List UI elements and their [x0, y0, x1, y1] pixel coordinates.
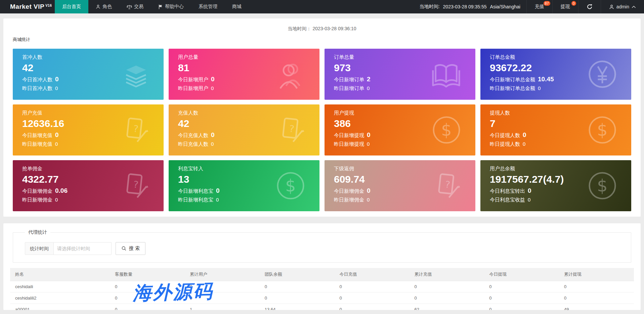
withdraw-button[interactable]: 提现 0 [552, 0, 578, 13]
card-yesterday-value: 0 [367, 197, 370, 203]
nav-item-1[interactable]: 角色 [88, 0, 119, 13]
recharge-badge: 87 [544, 1, 550, 6]
card-today-label: 今日新增订单 [334, 77, 364, 83]
table-cell: 0 [409, 281, 484, 293]
card-today-value: 0 [367, 131, 371, 139]
card-yesterday-value: 0 [538, 85, 541, 91]
local-time-label: 当地时间: [420, 4, 440, 10]
mall-stats-panel: 当地时间： 2023-03-28 09:36:10 商城统计 首冲人数42今日首… [3, 18, 641, 217]
card-yesterday-value: 0 [367, 141, 370, 147]
panel-local-time: 当地时间： 2023-03-28 09:36:10 [9, 22, 635, 32]
table-cell: 62 [409, 304, 484, 310]
table-header-cell: 累计充值 [409, 268, 484, 281]
table-row: a000010113.64062049 [10, 304, 634, 310]
card-today-value: 0 [55, 76, 59, 83]
table-cell: 0 [260, 293, 335, 304]
search-icon [121, 246, 127, 251]
flag-icon [158, 4, 163, 9]
svg-text:$: $ [597, 176, 608, 195]
table-cell: 0 [110, 293, 185, 304]
recharge-button[interactable]: 充值 87 [526, 0, 552, 13]
nav-item-2[interactable]: 交易 [119, 0, 151, 13]
layers-icon [120, 59, 151, 90]
search-button[interactable]: 搜 索 [116, 242, 145, 255]
table-cell: 0 [110, 281, 185, 293]
local-time-value: 2023-03-28 09:35:55 [443, 4, 487, 9]
nav-item-0[interactable]: 后台首页 [55, 0, 88, 13]
refresh-button[interactable] [578, 0, 601, 13]
doc-edit-icon: ? [120, 170, 151, 201]
card-yesterday-label: 昨日首冲人数 [22, 85, 52, 92]
agent-table: 姓名客服数量累计用户团队余额今日充值累计充值今日提现累计提现 ceshidail… [10, 268, 634, 310]
table-header-cell: 累计提现 [559, 268, 634, 281]
dollar-icon: $ [430, 114, 463, 146]
scales-icon [127, 4, 132, 9]
username-label: admin [616, 4, 629, 9]
card-yesterday-label: 昨日充值人数 [178, 141, 208, 147]
card-yesterday-label: 昨日新增充值 [22, 141, 52, 147]
nav-item-5[interactable]: 商城 [225, 0, 249, 13]
table-cell: 0 [260, 281, 335, 293]
card-today-label: 今日新增用户 [178, 77, 208, 83]
nav-item-label: 帮助中心 [165, 4, 184, 10]
agent-name-cell: a00001 [10, 304, 110, 310]
card-today-label: 今日首冲人数 [22, 77, 52, 83]
book-icon [430, 58, 463, 91]
card-yesterday-value: 0 [367, 85, 370, 91]
nav-item-3[interactable]: 帮助中心 [151, 0, 191, 13]
table-cell: 0 [409, 293, 484, 304]
doc-edit-icon: ? [432, 170, 463, 201]
chevron-up-icon [632, 5, 636, 8]
card-today-label: 今日新增利息宝 [178, 188, 213, 194]
withdraw-label: 提现 [561, 4, 570, 10]
stat-card: 用户提现386今日新增提现0昨日新增提现0$ [325, 104, 475, 155]
navbar-time: 当地时间: 2023-03-28 09:35:55 Asia/Shanghai [414, 0, 526, 13]
card-today-label: 今日充值人数 [178, 132, 208, 139]
card-yesterday-label: 昨日提现人数 [490, 141, 520, 147]
stat-card: 用户充值12636.16今日新增充值0昨日新增充值0? [13, 104, 164, 155]
stat-time-input[interactable] [54, 242, 112, 255]
top-navbar: Market VIP V16 后台首页角色交易帮助中心系统管理商城 当地时间: … [0, 0, 644, 13]
card-yesterday-label: 昨日新增提现 [334, 141, 364, 147]
card-yesterday-value: 0 [528, 197, 530, 203]
stat-card: 下级返佣609.74今日新增佣金0昨日新增佣金0? [325, 160, 475, 211]
stat-card: 用户总余额1917567.27(4.7)今日利息宝转出0今日利息宝收益0$ [480, 160, 631, 211]
card-today-value: 0 [216, 187, 220, 194]
user-icon [274, 58, 307, 90]
doc-edit-icon: ? [120, 115, 151, 145]
card-today-value: 0 [55, 131, 59, 139]
brand-logo[interactable]: Market VIP V16 [0, 0, 55, 13]
table-header-cell: 累计用户 [185, 268, 260, 281]
table-cell: 1 [185, 304, 260, 310]
card-today-label: 今日新增充值 [22, 132, 52, 139]
user-menu[interactable]: admin [601, 0, 644, 13]
agent-name-cell: ceshidaili [10, 281, 110, 293]
doc-edit-icon: ? [276, 115, 307, 145]
table-cell: 0 [484, 281, 559, 293]
card-yesterday-label: 昨日新增用户 [178, 85, 208, 92]
card-today-value: 0.06 [55, 187, 68, 194]
stat-card: 利息宝转入13今日新增利息宝0昨日新增利息宝0$ [169, 160, 319, 211]
nav-item-4[interactable]: 系统管理 [191, 0, 225, 13]
agent-name-cell: ceshidalili2 [10, 293, 110, 304]
agent-search-form: 统计时间 搜 索 [25, 242, 626, 255]
timezone-label: Asia/Shanghai [490, 4, 520, 9]
svg-text:?: ? [445, 179, 451, 190]
agent-legend: 代理统计 [25, 229, 50, 235]
table-cell: 49 [559, 304, 634, 310]
card-today-label: 今日新增佣金 [22, 188, 52, 194]
table-cell: 0 [185, 293, 260, 304]
table-row: ceshidaili0000000 [10, 281, 634, 293]
navbar-right: 当地时间: 2023-03-28 09:35:55 Asia/Shanghai … [414, 0, 644, 13]
svg-text:?: ? [289, 123, 295, 134]
card-yesterday-value: 0 [55, 141, 58, 147]
card-yesterday-label: 昨日新增佣金 [22, 197, 52, 203]
table-cell: 0 [335, 304, 410, 310]
table-cell: 0 [484, 293, 559, 304]
card-yesterday-value: 0 [55, 85, 58, 91]
card-today-label: 今日新增佣金 [334, 188, 364, 194]
card-yesterday-value: 0 [211, 85, 214, 91]
search-button-label: 搜 索 [129, 245, 140, 252]
card-yesterday-label: 昨日新增订单总金额 [490, 85, 535, 92]
agent-stats-panel: 代理统计 统计时间 搜 索 姓名客服数量累计用户团队余额今日充值累计充值今日提现… [3, 223, 641, 310]
